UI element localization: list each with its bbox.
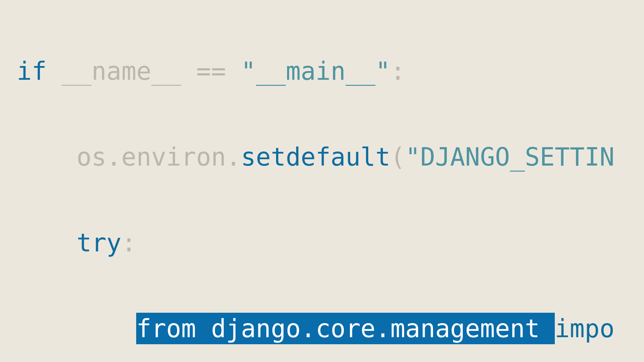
identifier-name: __name__ <box>62 57 181 85</box>
operator-eq: == <box>196 57 226 85</box>
code-line-2: os.environ.setdefault("DJANGO_SETTIN <box>17 135 614 178</box>
selected-import: from django.core.management <box>136 313 554 344</box>
string-django-settings: DJANGO_SETTIN <box>420 142 614 171</box>
keyword-import: impo <box>555 314 614 343</box>
space <box>226 57 241 85</box>
indent <box>17 142 76 171</box>
string-main: __main__ <box>256 57 375 85</box>
space <box>47 57 62 85</box>
string-quote: " <box>241 57 256 85</box>
keyword-if: if <box>17 57 47 85</box>
indent <box>17 314 136 343</box>
space <box>181 57 196 85</box>
keyword-try: try <box>76 228 121 257</box>
code-line-4: from django.core.management impo <box>17 307 614 350</box>
colon: : <box>121 228 137 257</box>
code-line-1: if __name__ == "__main__": <box>17 50 614 93</box>
indent <box>17 228 76 257</box>
os-environ: os.environ. <box>76 142 241 171</box>
string-quote: " <box>405 142 420 171</box>
paren-open: ( <box>390 142 406 171</box>
code-line-3: try: <box>17 221 614 264</box>
code-block: if __name__ == "__main__": os.environ.se… <box>17 7 614 362</box>
string-quote: " <box>375 57 390 85</box>
colon: : <box>390 57 406 85</box>
method-setdefault: setdefault <box>241 142 390 171</box>
